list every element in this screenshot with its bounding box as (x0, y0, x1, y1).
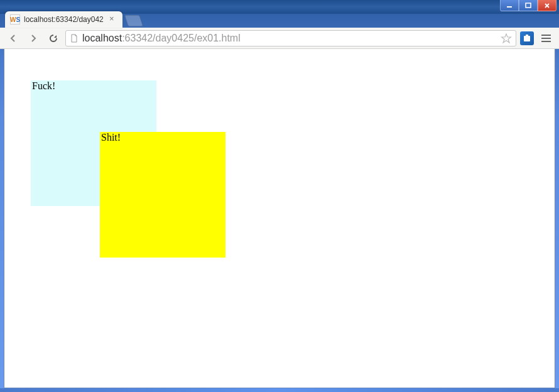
svg-rect-3 (526, 35, 528, 36)
yellow-box: Shit! (100, 132, 225, 258)
page-viewport: Fuck! Shit! (4, 49, 555, 388)
toolbar: localhost:63342/day0425/ex01.html (0, 28, 559, 49)
tab-strip: WS localhost:63342/day042 × (0, 10, 559, 28)
forward-arrow-icon (28, 33, 38, 43)
favicon-icon: WS (10, 14, 20, 24)
hamburger-icon (541, 35, 551, 36)
back-arrow-icon (8, 33, 18, 43)
url-path: :63342/day0425/ex01.html (122, 33, 241, 43)
forward-button[interactable] (25, 30, 41, 46)
tab-close-button[interactable]: × (107, 15, 116, 24)
url-host: localhost (82, 33, 122, 43)
browser-tab[interactable]: WS localhost:63342/day042 × (5, 11, 122, 28)
bookmark-star-icon[interactable] (501, 33, 512, 44)
desktop-edge (0, 388, 559, 392)
page-icon (70, 34, 79, 43)
tab-title: localhost:63342/day042 (24, 15, 104, 24)
extension-icon (523, 34, 531, 43)
menu-button[interactable] (538, 30, 554, 46)
reload-icon (48, 33, 58, 43)
favicon-letter-w: W (10, 16, 16, 23)
svg-rect-0 (507, 6, 512, 8)
reload-button[interactable] (45, 30, 62, 46)
back-button[interactable] (5, 30, 21, 46)
new-tab-button[interactable] (124, 15, 143, 26)
browser-window: WS localhost:63342/day042 × localhost:63… (0, 0, 559, 392)
close-icon (543, 3, 551, 9)
address-bar[interactable]: localhost:63342/day0425/ex01.html (65, 30, 516, 46)
url-text: localhost:63342/day0425/ex01.html (82, 33, 497, 44)
svg-rect-1 (526, 3, 531, 8)
minimize-icon (506, 3, 513, 9)
svg-rect-2 (524, 36, 530, 41)
favicon-letter-s: S (16, 16, 20, 23)
maximize-icon (524, 3, 532, 9)
extension-button[interactable] (520, 31, 534, 45)
rendered-page: Fuck! Shit! (4, 49, 555, 388)
